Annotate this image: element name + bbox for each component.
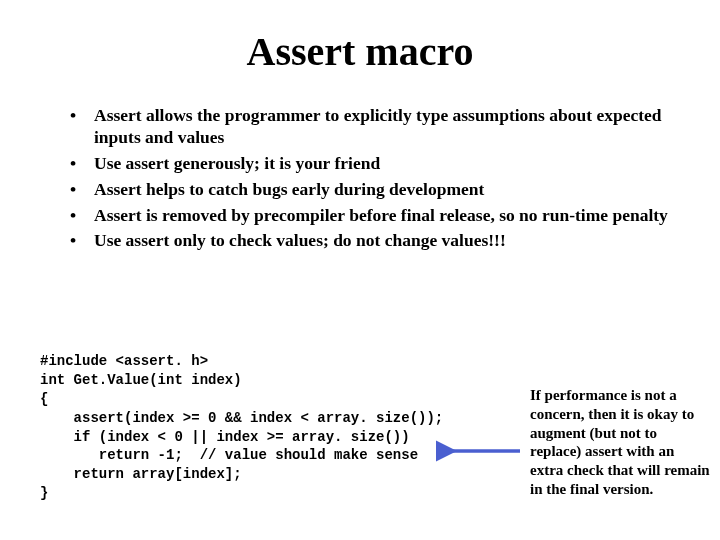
code-line: int Get.Value(int index) <box>40 372 242 388</box>
code-line: } <box>40 485 48 501</box>
list-item: Assert helps to catch bugs early during … <box>66 179 670 201</box>
list-item: Assert allows the programmer to explicit… <box>66 105 670 149</box>
code-line: assert(index >= 0 && index < array. size… <box>40 410 443 426</box>
code-line: return -1; // value should make sense <box>40 447 418 463</box>
code-line: { <box>40 391 48 407</box>
page-title: Assert macro <box>0 28 720 75</box>
list-item: Use assert generously; it is your friend <box>66 153 670 175</box>
code-line: #include <assert. h> <box>40 353 208 369</box>
list-item: Use assert only to check values; do not … <box>66 230 670 252</box>
code-line: return array[index]; <box>40 466 242 482</box>
bullet-list: Assert allows the programmer to explicit… <box>66 105 670 252</box>
list-item: Assert is removed by precompiler before … <box>66 205 670 227</box>
arrow-left-icon <box>436 440 522 462</box>
side-note: If performance is not a concern, then it… <box>530 386 710 499</box>
code-line: if (index < 0 || index >= array. size()) <box>40 429 410 445</box>
code-block: #include <assert. h> int Get.Value(int i… <box>40 352 480 503</box>
slide: Assert macro Assert allows the programme… <box>0 28 720 540</box>
